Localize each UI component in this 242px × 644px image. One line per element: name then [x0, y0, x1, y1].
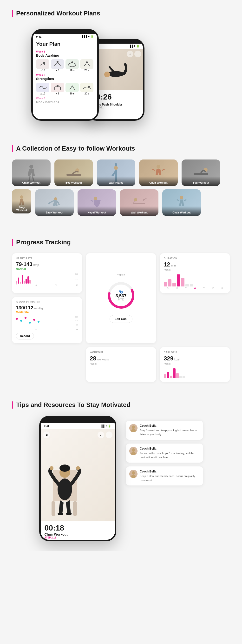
- cal-value: 329: [164, 355, 173, 362]
- bar: [16, 281, 17, 284]
- exercise-item: 20 s: [80, 83, 93, 95]
- section2-title: A Collection of Easy-to-follow Workouts: [12, 145, 230, 152]
- cal-sublabel: /Week: [164, 362, 226, 365]
- plan-title: Your Plan: [36, 41, 94, 47]
- exercise-thumb: [65, 59, 79, 69]
- svg-rect-28: [73, 501, 77, 516]
- dot: [20, 320, 22, 322]
- card-label: Chair Workout: [139, 176, 178, 186]
- steps-inner: 👣 3,567 /5,760: [116, 290, 126, 301]
- workout-card[interactable]: Easy Workout: [12, 189, 31, 214]
- collection-title-wrap: A Collection of Easy-to-follow Workouts: [0, 145, 242, 152]
- svg-point-6: [57, 85, 58, 87]
- phone-front: 9:41 ▐▐▐ ✦ 🔋 Your Plan Week 1 Body Awaki…: [31, 29, 99, 121]
- bp-value: 130/112: [16, 305, 33, 310]
- bar: [29, 280, 31, 284]
- phone-notch-back: [108, 40, 123, 44]
- svg-point-0: [43, 62, 45, 64]
- bp-chart: 120 100 80: [16, 316, 78, 328]
- svg-point-36: [66, 513, 72, 515]
- dot: [16, 318, 18, 320]
- phones-container: 9:41 ▐▐▐ ✦ 🔋 Your Plan Week 1 Body Awaki…: [12, 24, 230, 126]
- workout-card[interactable]: Easy Workout: [35, 189, 74, 216]
- signal-back: ▐▐ ✦ 🔋: [129, 44, 140, 48]
- svg-point-32: [59, 464, 70, 472]
- svg-point-23: [180, 196, 183, 199]
- exercise-item: x 6: [51, 83, 64, 95]
- card-label: Bed Workout: [182, 176, 220, 186]
- workout-card[interactable]: Bed Workout: [182, 160, 220, 186]
- steps-card: STEPS 👣 3,567 /5,760 Edit Goal: [86, 253, 156, 343]
- exercise-thumb: [36, 83, 49, 92]
- dur-bar: [185, 284, 189, 286]
- svg-point-38: [132, 426, 135, 429]
- ex-count: 20 s: [84, 92, 89, 95]
- section1-title: Personalized Workout Plans: [12, 10, 230, 17]
- cal-value-row: 329 kcal: [164, 355, 226, 362]
- card-label: Wall Pilates: [97, 176, 135, 186]
- edit-goal-button[interactable]: Edit Goal: [110, 315, 132, 323]
- card-label: Easy Workout: [35, 206, 74, 216]
- blood-pressure-card: BLOOD PRESSURE 130/112 mmHg Moderate 120…: [12, 297, 82, 343]
- svg-rect-5: [55, 87, 60, 90]
- bp-status: Moderate: [16, 310, 78, 314]
- week2-exercises: x 10 x 6 20 s: [36, 83, 94, 95]
- card-label: Chair Workout: [162, 206, 201, 216]
- dur-bar: [172, 283, 176, 286]
- svg-point-7: [88, 86, 90, 88]
- section4-title: Tips and Resources To Stay Motivated: [12, 401, 230, 408]
- tips-workout-area: ◀ ♪ ⋯: [41, 429, 115, 521]
- workout-card[interactable]: Chair Workout: [139, 160, 178, 186]
- card-label: Wall Workout: [120, 206, 158, 216]
- duration-card: DURATION 12 min /Week S M T W T: [160, 253, 230, 293]
- tips-step: STEP 2/11: [44, 536, 111, 539]
- dur-bar: [168, 279, 171, 286]
- wk-label: WORKOUT: [90, 351, 152, 354]
- workout-card[interactable]: Chair Workout: [162, 189, 201, 216]
- workout-card[interactable]: Kegel Workout: [77, 189, 116, 216]
- person-svg: [96, 55, 135, 84]
- bp-value-row: 130/112 mmHg: [16, 305, 78, 310]
- section-collection: A Collection of Easy-to-follow Workouts …: [0, 135, 242, 229]
- exercise-thumb: [65, 83, 79, 92]
- svg-rect-21: [133, 202, 145, 204]
- cal-unit: kcal: [174, 358, 179, 361]
- phone-notch: [58, 30, 72, 34]
- dot: [33, 319, 35, 321]
- cal-chart: [164, 367, 226, 378]
- exercise-thumb: [51, 59, 64, 69]
- steps-circle: 👣 3,567 /5,760: [107, 281, 136, 310]
- workout-card[interactable]: Chair Workout: [12, 160, 50, 186]
- workout-card[interactable]: Bed Workout: [54, 160, 93, 186]
- record-button[interactable]: Record: [16, 333, 34, 340]
- tip-bubble-2: Coach Bella Focus on the muscle you're a…: [126, 444, 203, 462]
- week1-exercises: x 10 x 6 20 s: [36, 59, 94, 72]
- section-progress: Progress Tracking HEART RATE 79-143 bmp …: [0, 229, 242, 392]
- ex-count: x 6: [56, 92, 59, 95]
- svg-point-2: [69, 63, 76, 67]
- section3-title: Progress Tracking: [12, 238, 230, 246]
- coach-name-3: Coach Bella: [140, 470, 200, 473]
- signal-icons: ▐▐▐ ✦ 🔋: [81, 35, 94, 38]
- back-ctrl[interactable]: ◀: [43, 432, 50, 438]
- week3-label: Week 3: [36, 97, 94, 100]
- ex-count: x 6: [56, 69, 59, 72]
- bar: [25, 279, 27, 284]
- hr-axis: 0 6 12 18: [16, 284, 78, 286]
- dur-value-row: 12 min: [164, 261, 226, 268]
- svg-point-44: [132, 471, 135, 475]
- exercise-item: x 6: [51, 59, 64, 72]
- svg-point-41: [132, 448, 135, 452]
- week1-label: Week 1: [36, 50, 94, 53]
- workout-card[interactable]: Wall Pilates: [97, 160, 135, 186]
- bp-label: BLOOD PRESSURE: [16, 301, 78, 304]
- hr-label: HEART RATE: [16, 257, 78, 260]
- workout-card[interactable]: Wall Workout: [120, 189, 158, 216]
- svg-point-15: [157, 165, 160, 169]
- steps-label: STEPS: [117, 274, 125, 276]
- ex-count: 20 s: [70, 92, 74, 95]
- workout-row-2: Easy Workout Easy Workout Kegel Workout …: [0, 189, 242, 216]
- workout-exercise-name: Incline Push Shoulder: [92, 103, 139, 106]
- workout-step: STEP 2/11: [92, 106, 139, 109]
- plan-screen: Your Plan Week 1 Body Awaking x 10: [33, 39, 97, 108]
